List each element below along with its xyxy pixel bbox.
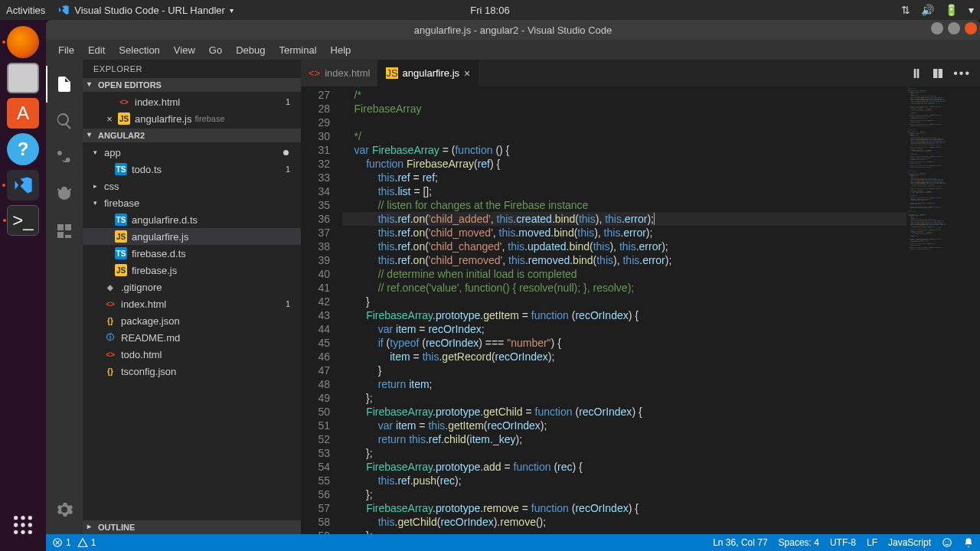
close-icon[interactable]: × [464, 67, 470, 80]
file-name: .gitignore [121, 282, 162, 293]
search-icon [55, 112, 74, 130]
activity-scm[interactable] [46, 139, 83, 176]
file-item[interactable]: TSfirebase.d.ts [83, 245, 301, 262]
bug-icon [55, 185, 74, 204]
activity-debug[interactable] [46, 176, 83, 213]
file-item[interactable]: {}package.json [83, 312, 301, 329]
window-close-button[interactable] [965, 22, 977, 34]
dock-help[interactable]: ? [7, 133, 39, 165]
file-item[interactable]: ⓘREADME.md [83, 329, 301, 346]
compare-icon[interactable] [910, 67, 923, 80]
folder-item[interactable]: ▸css [83, 178, 301, 194]
svg-point-7 [21, 530, 24, 534]
vscode-window: angularfire.js - angular2 - Visual Studi… [46, 20, 980, 551]
file-name: todo.html [121, 349, 162, 360]
open-editor-item[interactable]: ×JSangularfire.jsfirebase [83, 110, 301, 127]
folder-item[interactable]: ▾app [83, 144, 301, 161]
open-editors-list: <>index.html1×JSangularfire.jsfirebase [83, 92, 301, 129]
file-name: firebase.d.ts [132, 248, 186, 259]
window-minimize-button[interactable] [931, 22, 943, 34]
menu-terminal[interactable]: Terminal [273, 43, 322, 57]
menu-debug[interactable]: Debug [230, 43, 271, 57]
more-icon[interactable]: ••• [953, 67, 971, 80]
code-editor[interactable]: 2728293031323334353637383940414243444546… [301, 86, 980, 534]
line-gutter: 2728293031323334353637383940414243444546… [301, 86, 342, 534]
dock-software[interactable]: A [7, 98, 39, 129]
menu-view[interactable]: View [168, 43, 201, 57]
file-item[interactable]: <>index.html1 [83, 295, 301, 312]
menu-selection[interactable]: Selection [113, 43, 165, 57]
chevron-down-icon: ▾ [93, 148, 97, 156]
svg-point-11 [946, 541, 946, 542]
editor-group: <>index.htmlJSangularfire.js× ••• 272829… [301, 60, 980, 534]
power-menu-icon[interactable]: ▾ [969, 4, 974, 16]
code-content[interactable]: /* FirebaseArray */ var FirebaseArray = … [342, 86, 980, 534]
outline-header[interactable]: OUTLINE [83, 520, 301, 534]
window-titlebar[interactable]: angularfire.js - angular2 - Visual Studi… [46, 20, 980, 40]
extensions-icon [55, 222, 74, 240]
dock-vscode[interactable] [7, 170, 39, 201]
activity-search[interactable] [46, 103, 83, 139]
minimap[interactable]: /* FirebaseArray */ var FirebaseArray = … [906, 86, 980, 534]
battery-icon[interactable]: 🔋 [945, 4, 958, 16]
menu-go[interactable]: Go [203, 43, 228, 57]
file-item[interactable]: JSangularfire.js [83, 228, 301, 245]
dock-files[interactable] [7, 63, 39, 93]
status-spaces[interactable]: Spaces: 4 [779, 537, 819, 548]
dock-show-apps[interactable] [5, 507, 41, 543]
menu-file[interactable]: File [52, 43, 80, 57]
file-item[interactable]: TStodo.ts1 [83, 161, 301, 178]
volume-icon[interactable]: 🔊 [921, 4, 934, 16]
dock-terminal[interactable]: >_ [7, 205, 39, 236]
svg-point-12 [948, 541, 949, 542]
status-errors[interactable]: 1 1 [52, 537, 96, 548]
editor-tab[interactable]: <>index.html [301, 60, 378, 86]
file-item[interactable]: TSangularfire.d.ts [83, 211, 301, 228]
network-icon[interactable]: ⇅ [901, 4, 910, 16]
svg-point-4 [21, 523, 24, 527]
window-maximize-button[interactable] [948, 22, 960, 34]
ts-icon: TS [115, 247, 127, 259]
svg-point-2 [28, 516, 32, 520]
split-icon[interactable] [932, 67, 944, 80]
project-header[interactable]: ANGULAR2 [83, 129, 301, 142]
editor-tab[interactable]: JSangularfire.js× [378, 60, 479, 86]
folder-item[interactable]: ▾firebase [83, 194, 301, 211]
warning-icon [77, 537, 88, 548]
file-item[interactable]: ◆.gitignore [83, 279, 301, 295]
file-item[interactable]: <>todo.html [83, 346, 301, 363]
branch-icon [55, 148, 74, 167]
error-icon [52, 537, 63, 548]
file-item[interactable]: {}tsconfig.json [83, 363, 301, 380]
html-icon: <> [118, 96, 130, 108]
problem-badge: 1 [286, 97, 290, 106]
activity-extensions[interactable] [46, 213, 83, 249]
menubar: FileEditSelectionViewGoDebugTerminalHelp [46, 40, 980, 60]
activity-explorer[interactable] [46, 66, 83, 103]
open-editors-header[interactable]: OPEN EDITORS [83, 78, 301, 92]
activity-settings[interactable] [46, 491, 83, 528]
file-item[interactable]: JSfirebase.js [83, 262, 301, 279]
gear-icon [55, 500, 74, 519]
menu-help[interactable]: Help [325, 43, 358, 57]
status-cursor[interactable]: Ln 36, Col 77 [713, 537, 767, 548]
status-eol[interactable]: LF [867, 537, 877, 548]
activity-bar [46, 60, 83, 534]
ts-icon: TS [115, 163, 127, 175]
status-bell[interactable] [963, 537, 974, 548]
vscode-icon [57, 4, 70, 16]
active-app-indicator[interactable]: Visual Studio Code - URL Handler ▾ [57, 4, 234, 16]
file-name: angularfire.js [135, 113, 191, 125]
open-editor-item[interactable]: <>index.html1 [83, 93, 301, 110]
clock[interactable]: Fri 18:06 [470, 5, 509, 16]
activities-button[interactable]: Activities [6, 5, 45, 16]
chevron-down-icon: ▾ [230, 6, 234, 15]
ubuntu-dock: A ? >_ [0, 20, 46, 551]
dock-firefox[interactable] [7, 26, 39, 58]
svg-point-1 [21, 516, 24, 520]
close-icon[interactable]: × [104, 113, 115, 125]
status-lang[interactable]: JavaScript [888, 537, 931, 548]
menu-edit[interactable]: Edit [82, 43, 111, 57]
status-encoding[interactable]: UTF-8 [830, 537, 856, 548]
status-feedback[interactable] [942, 537, 952, 548]
